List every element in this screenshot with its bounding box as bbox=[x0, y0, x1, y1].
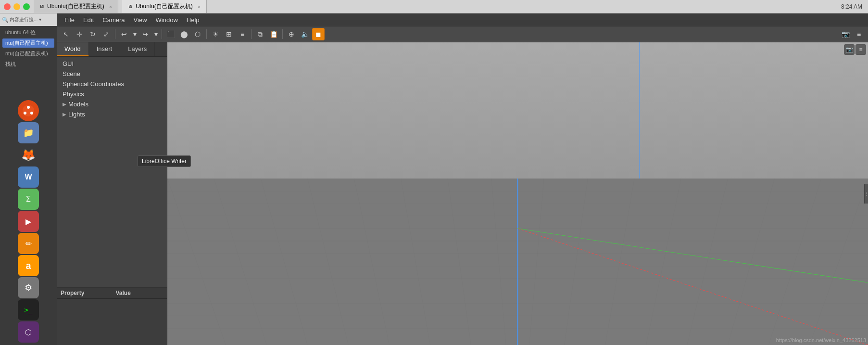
tab-world[interactable]: World bbox=[57, 42, 89, 56]
tree-spherical-coords[interactable]: Spherical Coordinates bbox=[57, 79, 167, 89]
tree-models[interactable]: ▶ Models bbox=[57, 99, 167, 109]
snap-button[interactable]: ⊕ bbox=[285, 28, 298, 40]
tree-scene[interactable]: Scene bbox=[57, 69, 167, 79]
writer-dock-icon[interactable]: W bbox=[18, 166, 39, 188]
os-vm-list: ubuntu 64 位 ntu(自己配置主机) ntu(自己配置从机) 找机 bbox=[0, 26, 57, 100]
files-dock-icon[interactable]: 📁 bbox=[18, 122, 39, 143]
svg-point-3 bbox=[30, 112, 33, 115]
tab-insert[interactable]: Insert bbox=[89, 42, 121, 56]
close-button[interactable] bbox=[4, 3, 11, 10]
menu-file[interactable]: File bbox=[61, 15, 78, 25]
viewport-screenshot-btn[interactable]: 📷 bbox=[844, 44, 855, 55]
system-time: 8:24 AM bbox=[841, 3, 868, 10]
properties-header: Property Value bbox=[57, 288, 167, 299]
search-placeholder: 内容进行搜... ▾ bbox=[10, 16, 41, 23]
ground-plane bbox=[167, 179, 868, 345]
toolbar-sep-1 bbox=[115, 29, 115, 39]
browser-tab-1[interactable]: 🖥 Ubuntu(自己配置主机) × bbox=[34, 0, 118, 13]
audio-button[interactable]: 🔈 bbox=[299, 28, 311, 40]
redo-button[interactable]: ↪ bbox=[139, 28, 151, 40]
select-tool-button[interactable]: ↖ bbox=[60, 28, 72, 40]
world-panel: World Insert Layers GUI Scene Spher bbox=[57, 42, 167, 345]
tab-favicon-1: 🖥 bbox=[39, 4, 44, 9]
light-directional-button[interactable]: ≡ bbox=[236, 28, 249, 40]
toolbar-sep-4 bbox=[251, 29, 252, 39]
scale-tool-button[interactable]: ⤢ bbox=[100, 28, 113, 40]
rotate-tool-button[interactable]: ↻ bbox=[87, 28, 99, 40]
z-axis-sky bbox=[639, 42, 640, 179]
grid-overlay bbox=[167, 179, 868, 345]
browser-tab-2-label: Ubuntu(自己配置从机) bbox=[136, 2, 193, 11]
os-sidebar: 🔍 内容进行搜... ▾ ubuntu 64 位 ntu(自己配置主机) ntu… bbox=[0, 13, 57, 345]
tab-layers[interactable]: Layers bbox=[120, 42, 155, 56]
vm-item-find[interactable]: 找机 bbox=[2, 60, 54, 69]
os-search-bar[interactable]: 🔍 内容进行搜... ▾ bbox=[0, 13, 57, 26]
settings-dock-icon[interactable]: ⚙ bbox=[18, 277, 39, 298]
lights-arrow-icon: ▶ bbox=[63, 112, 66, 117]
maximize-button[interactable] bbox=[23, 3, 30, 10]
browser-tab-1-label: Ubuntu(自己配置主机) bbox=[47, 2, 104, 11]
svg-point-2 bbox=[24, 112, 26, 115]
tree-models-label: Models bbox=[68, 101, 88, 108]
vm-item-slave[interactable]: ntu(自己配置从机) bbox=[2, 49, 54, 58]
tree-gui[interactable]: GUI bbox=[57, 59, 167, 69]
tab-close-1[interactable]: × bbox=[109, 4, 112, 10]
tree-spherical-label: Spherical Coordinates bbox=[63, 80, 124, 88]
draw-dock-icon[interactable]: ✏ bbox=[18, 233, 39, 254]
box-shape-button[interactable]: ⬛ bbox=[164, 28, 177, 40]
tree-scene-label: Scene bbox=[63, 70, 80, 77]
property-col-header: Property bbox=[57, 288, 112, 298]
browser-tab-2[interactable]: 🖥 Ubuntu(自己配置从机) × bbox=[122, 0, 207, 13]
toolbar-sep-2 bbox=[162, 29, 162, 39]
redo-dropdown[interactable]: ▾ bbox=[152, 28, 159, 40]
tree-lights[interactable]: ▶ Lights bbox=[57, 109, 167, 119]
menu-window[interactable]: Window bbox=[152, 15, 182, 25]
active-mode-button[interactable]: ◼ bbox=[312, 28, 325, 40]
gazebo-dock-icon[interactable]: ⬡ bbox=[18, 321, 39, 343]
copy-button[interactable]: ⧉ bbox=[254, 28, 266, 40]
tooltip-libreoffice: LibreOffice Writer bbox=[138, 155, 191, 167]
tab-close-2[interactable]: × bbox=[198, 4, 201, 10]
viewport-right-handle[interactable]: ⋮ bbox=[864, 184, 868, 204]
panel-tab-bar: World Insert Layers bbox=[57, 42, 167, 57]
minimize-button[interactable] bbox=[13, 3, 20, 10]
menu-camera[interactable]: Camera bbox=[99, 15, 128, 25]
light-point-button[interactable]: ☀ bbox=[209, 28, 222, 40]
svg-point-1 bbox=[27, 106, 30, 109]
paste-button[interactable]: 📋 bbox=[267, 28, 280, 40]
os-dock: 📁 🦊 W Σ ▶ ✏ a bbox=[0, 100, 57, 345]
window-controls[interactable] bbox=[0, 3, 30, 10]
undo-button[interactable]: ↩ bbox=[118, 28, 130, 40]
gazebo-app: File Edit Camera View Window Help ↖ ✛ ↻ … bbox=[57, 13, 868, 345]
world-tree: GUI Scene Spherical Coordinates Physics bbox=[57, 57, 167, 287]
screenshot-button[interactable]: 📷 bbox=[839, 28, 852, 40]
translate-tool-button[interactable]: ✛ bbox=[73, 28, 86, 40]
3d-viewport[interactable]: 📷 ≡ https://blog.csdn.net/weixin_4326251… bbox=[167, 42, 868, 345]
cylinder-shape-button[interactable]: ⬡ bbox=[191, 28, 204, 40]
vm-item-ubuntu64[interactable]: ubuntu 64 位 bbox=[2, 28, 54, 37]
menu-help[interactable]: Help bbox=[183, 15, 203, 25]
menu-view[interactable]: View bbox=[130, 15, 151, 25]
amazon-dock-icon[interactable]: a bbox=[18, 255, 39, 276]
menu-edit[interactable]: Edit bbox=[79, 15, 98, 25]
search-icon: 🔍 bbox=[2, 17, 9, 23]
viewport-log-btn[interactable]: ≡ bbox=[855, 44, 866, 55]
vm-item-host[interactable]: ntu(自己配置主机) bbox=[2, 38, 54, 48]
viewport-topright-buttons: 📷 ≡ bbox=[844, 44, 866, 55]
toolbar-sep-3 bbox=[206, 29, 207, 39]
tab-favicon-2: 🖥 bbox=[128, 4, 133, 9]
terminal-dock-icon[interactable]: >_ bbox=[18, 299, 39, 320]
firefox-dock-icon[interactable]: 🦊 bbox=[18, 144, 39, 166]
log-button[interactable]: ≡ bbox=[853, 28, 865, 40]
undo-dropdown[interactable]: ▾ bbox=[131, 28, 138, 40]
app-toolbar: ↖ ✛ ↻ ⤢ ↩ ▾ ↪ ▾ ⬛ ⬤ ⬡ ☀ ⊞ ≡ ⧉ 📋 bbox=[57, 26, 868, 42]
properties-panel: Property Value bbox=[57, 287, 167, 345]
tree-physics[interactable]: Physics bbox=[57, 89, 167, 99]
viewport-url: https://blog.csdn.net/weixin_43262513 bbox=[776, 337, 866, 343]
value-col-header: Value bbox=[112, 288, 167, 298]
light-spot-button[interactable]: ⊞ bbox=[223, 28, 235, 40]
impress-dock-icon[interactable]: ▶ bbox=[18, 211, 39, 232]
ubuntu-dock-icon[interactable] bbox=[18, 100, 39, 121]
calc-dock-icon[interactable]: Σ bbox=[18, 189, 39, 210]
sphere-shape-button[interactable]: ⬤ bbox=[178, 28, 190, 40]
